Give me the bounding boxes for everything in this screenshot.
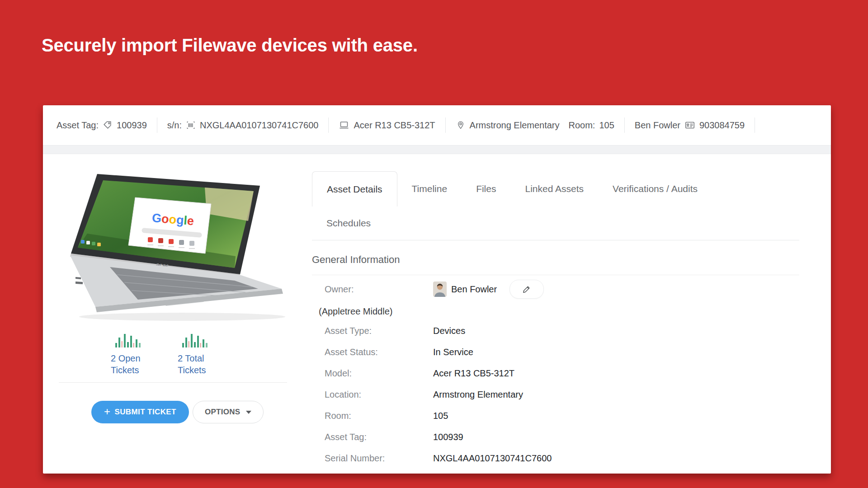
field-row: Location: Armstrong Elementary <box>312 384 800 405</box>
edit-owner-button[interactable] <box>509 280 544 299</box>
field-row: Asset Type: Devices <box>312 320 800 342</box>
barcode-icon <box>186 120 196 130</box>
model-value: Acer R13 CB5-312T <box>354 120 435 131</box>
bar-chart-icon <box>114 331 143 349</box>
open-tickets-label: 2 Open Tickets <box>111 352 154 376</box>
field-value: Armstrong Elementary <box>433 389 523 400</box>
asset-card: Asset Tag: 100939 s/n: NXGL4AA0107130741… <box>43 105 831 474</box>
submit-ticket-label: SUBMIT TICKET <box>114 408 176 417</box>
tab-files[interactable]: Files <box>462 171 510 206</box>
owner-name: Ben Fowler <box>451 284 497 295</box>
submit-ticket-button[interactable]: + SUBMIT TICKET <box>91 401 189 423</box>
laptop-photo: Google acer <box>56 166 291 324</box>
pencil-icon <box>522 285 531 294</box>
divider <box>59 382 287 383</box>
field-value: 100939 <box>433 432 463 442</box>
tab-linked-assets[interactable]: Linked Assets <box>510 171 598 206</box>
field-label: Room: <box>325 411 433 421</box>
asset-tag-value: 100939 <box>117 120 147 131</box>
separator-band <box>43 145 831 154</box>
field-label: Location: <box>325 389 433 400</box>
owner-name: Ben Fowler <box>635 120 680 131</box>
options-label: OPTIONS <box>205 408 241 417</box>
avatar <box>433 282 447 297</box>
tab-timeline[interactable]: Timeline <box>397 171 462 206</box>
asset-details-panel: Asset Details Timeline Files Linked Asse… <box>312 154 831 474</box>
field-value: NXGL4AA0107130741C7600 <box>433 453 552 464</box>
field-row: Asset Tag: 100939 <box>312 427 800 448</box>
asset-summary-bar: Asset Tag: 100939 s/n: NXGL4AA0107130741… <box>43 105 831 145</box>
tab-bar: Asset Details Timeline Files Linked Asse… <box>312 171 764 240</box>
ticket-stats: 2 Open Tickets <box>111 331 221 376</box>
asset-tag-label: Asset Tag: <box>57 120 99 131</box>
location-group: Armstrong Elementary Room: 105 <box>446 120 624 131</box>
field-value: Devices <box>433 326 465 336</box>
chevron-down-icon <box>246 411 251 414</box>
location-pin-icon <box>456 120 466 130</box>
total-tickets-label: 2 Total Tickets <box>178 352 221 376</box>
tab-verifications-audits[interactable]: Verifications / Audits <box>598 171 712 206</box>
serial-label: s/n: <box>167 120 182 131</box>
asset-photo-panel: Google acer <box>43 154 312 474</box>
field-label: Serial Number: <box>325 453 433 464</box>
location-value: Armstrong Elementary <box>470 120 560 131</box>
options-button[interactable]: OPTIONS <box>193 401 264 423</box>
section-title: General Information <box>312 254 799 275</box>
id-card-icon <box>684 120 695 131</box>
owner-row: Owner: Ben Fowler <box>312 276 800 302</box>
divider <box>312 240 799 240</box>
model-group: Acer R13 CB5-312T <box>329 120 445 131</box>
owner-group: Ben Fowler 903084759 <box>625 120 755 131</box>
owner-id-value: 903084759 <box>699 120 745 131</box>
field-label: Asset Status: <box>325 347 433 357</box>
field-label: Asset Tag: <box>325 432 433 442</box>
total-tickets-link[interactable]: 2 Total Tickets <box>178 331 221 376</box>
general-information: Owner: Ben Fowler <box>312 276 800 469</box>
tab-schedules[interactable]: Schedules <box>312 206 385 240</box>
field-label: Owner: <box>325 284 433 295</box>
tag-icon <box>103 120 113 130</box>
field-row: Room: 105 <box>312 405 800 427</box>
field-label: Asset Type: <box>325 326 433 336</box>
laptop-icon <box>339 120 349 131</box>
field-row: Model: Acer R13 CB5-312T <box>312 363 800 384</box>
owner-location-note: (Appletree Middle) <box>312 302 800 320</box>
asset-tag-group: Asset Tag: 100939 <box>57 120 157 131</box>
field-label: Model: <box>325 368 433 379</box>
field-value: In Service <box>433 347 473 357</box>
tab-asset-details[interactable]: Asset Details <box>312 171 397 206</box>
page-title: Securely import Filewave devices with ea… <box>42 35 418 56</box>
divider <box>755 117 755 133</box>
room-value: 105 <box>599 120 614 131</box>
field-row: Serial Number: NXGL4AA0107130741C7600 <box>312 448 800 469</box>
open-tickets-link[interactable]: 2 Open Tickets <box>111 331 154 376</box>
serial-group: s/n: NXGL4AA0107130741C7600 <box>157 120 329 131</box>
plus-icon: + <box>104 406 110 417</box>
bar-chart-icon <box>181 331 210 349</box>
field-row: Asset Status: In Service <box>312 342 800 363</box>
field-value: 105 <box>433 411 448 421</box>
field-value: Acer R13 CB5-312T <box>433 368 514 379</box>
room-label: Room: <box>569 120 595 131</box>
serial-value: NXGL4AA0107130741C7600 <box>200 120 318 131</box>
